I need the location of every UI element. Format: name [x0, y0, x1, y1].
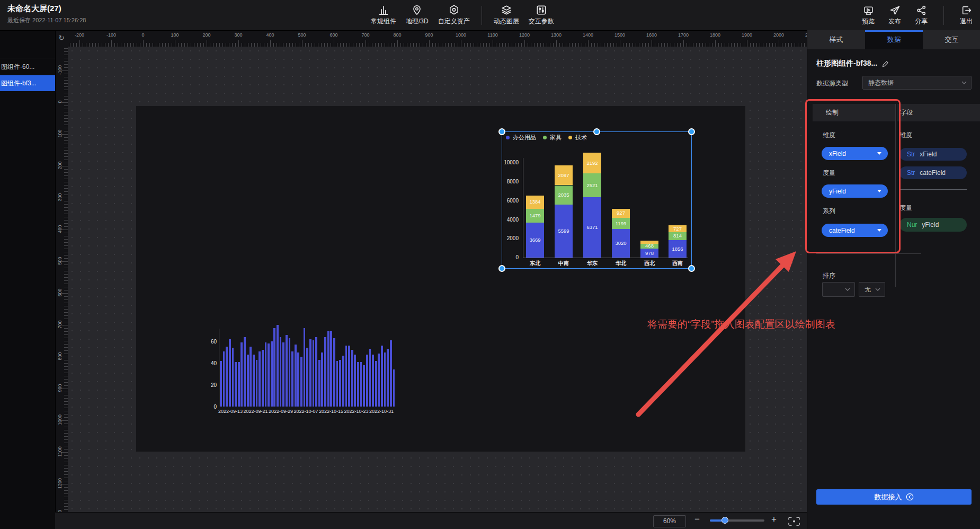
action-3[interactable]: 分享: [915, 5, 928, 26]
histogram-bar: [384, 352, 386, 407]
canvas[interactable]: 办公用品家具技术02000400060008000100003669147913…: [68, 47, 807, 512]
legend-dot: [506, 136, 510, 139]
field-pill-cateField[interactable]: StrcateField: [899, 166, 967, 179]
histogram-chart: 02040602022-09-132022-09-212022-09-29202…: [209, 313, 400, 419]
toolbar-item-1[interactable]: 常规组件: [371, 4, 396, 26]
layer-item-1[interactable]: 图组件-60...: [0, 59, 55, 74]
stacked-bar-chart: 办公用品家具技术02000400060008000100003669147913…: [502, 131, 692, 269]
y-tick-label: 60: [209, 339, 217, 345]
draw-field-select-xField[interactable]: xField: [822, 147, 888, 160]
layers-icon: [501, 4, 512, 16]
histogram-bar: [300, 357, 302, 407]
selection-handle-top-left[interactable]: [498, 128, 505, 135]
toolbar-item-2[interactable]: 地理/3D: [406, 4, 429, 26]
zoom-level[interactable]: 60%: [653, 515, 686, 527]
histogram-bar: [369, 349, 371, 407]
toolbar-item-4[interactable]: 动态图层: [494, 4, 519, 26]
histogram-bar: [244, 337, 246, 407]
stacked-legend: 办公用品家具技术: [506, 134, 587, 142]
zoom-slider-thumb[interactable]: [721, 517, 728, 524]
layer-item-2[interactable]: 图组件-bf3...: [0, 75, 55, 91]
selection-handle-top-mid[interactable]: [593, 128, 600, 135]
histogram-bar: [351, 350, 353, 407]
field-pill-yField[interactable]: NuryField: [899, 218, 967, 232]
caret-down-icon: [877, 229, 881, 232]
selection-handle-bottom-right[interactable]: [688, 265, 695, 272]
x-category-label: 东北: [522, 260, 548, 267]
histogram-bar: [306, 348, 308, 407]
bar-value-label: 1384: [526, 196, 544, 209]
bar-value-label: 2035: [555, 186, 573, 205]
draw-field-label-2: 度量: [823, 169, 835, 178]
x-axis-line: [523, 258, 688, 258]
histogram-bar: [265, 342, 267, 407]
tab-3[interactable]: 交互: [923, 30, 980, 49]
histogram-bar: [363, 365, 365, 407]
toolbar-item-5[interactable]: 交互参数: [529, 4, 554, 26]
widget-stacked-bar-chart[interactable]: 办公用品家具技术02000400060008000100003669147913…: [502, 131, 692, 269]
bar-value-label: 5599: [555, 205, 573, 258]
ruler-corner[interactable]: ↻: [55, 30, 68, 47]
tab-2[interactable]: 数据: [865, 30, 923, 49]
data-access-button[interactable]: 数据接入: [816, 489, 972, 505]
action-4[interactable]: 退出: [960, 5, 973, 26]
section-divider: [816, 253, 921, 254]
y-tick-label: 8000: [502, 179, 519, 184]
histogram-bar: [354, 355, 356, 407]
field-pill-xField[interactable]: StrxField: [899, 148, 967, 161]
histogram-bar: [280, 337, 282, 407]
zoom-out-button[interactable]: −: [694, 514, 700, 525]
bar-value-label: 2192: [583, 153, 601, 173]
draw-field-select-cateField[interactable]: cateField: [822, 224, 888, 237]
field-divider: [899, 189, 967, 190]
histogram-bar: [229, 339, 231, 407]
selection-handle-top-right[interactable]: [688, 128, 695, 135]
bar-segment: 927: [612, 209, 630, 218]
action-2[interactable]: 发布: [888, 5, 901, 26]
histogram-bar: [304, 328, 306, 407]
histogram-bar: [342, 356, 344, 407]
bar-value-label: 1856: [669, 240, 687, 258]
histogram-bar: [375, 361, 377, 407]
zoom-in-button[interactable]: +: [771, 514, 777, 525]
draw-field-select-yField[interactable]: yField: [822, 184, 888, 198]
histogram-bar: [313, 340, 315, 407]
preview-icon: [863, 5, 874, 16]
histogram-bar: [289, 338, 291, 407]
zoom-slider[interactable]: [710, 519, 764, 522]
caret-down-icon: [877, 190, 881, 192]
histogram-bar: [327, 331, 329, 407]
column-divider: [895, 104, 896, 287]
fields-dimension-label: 维度: [899, 131, 912, 140]
widget-histogram-chart[interactable]: 02040602022-09-132022-09-212022-09-29202…: [209, 313, 400, 419]
bar-segment: 1479: [526, 209, 544, 223]
panel-tabs: 样式数据交互: [807, 30, 980, 49]
histogram-bar: [339, 360, 341, 407]
histogram-bar: [372, 355, 374, 407]
edit-icon[interactable]: [882, 60, 889, 67]
tab-1[interactable]: 样式: [807, 30, 865, 49]
bar-value-label: 3669: [526, 223, 544, 258]
bar-segment: 1199: [612, 218, 630, 229]
histogram-bar: [268, 343, 270, 407]
histogram-bar: [256, 360, 258, 407]
sort-order-select[interactable]: 无: [859, 282, 885, 297]
bar-value-label: 978: [640, 249, 658, 258]
selection-handle-bottom-left[interactable]: [498, 265, 505, 272]
sort-field-select[interactable]: [822, 282, 855, 297]
histogram-bar: [253, 355, 255, 407]
y-tick-label: 40: [209, 360, 217, 366]
toolbar-item-3[interactable]: 自定义资产: [438, 4, 470, 26]
layers-spacer: [0, 30, 55, 58]
bar-segment: 2035: [555, 186, 573, 205]
x-tick-label: 2022-10-31: [367, 409, 396, 414]
bar-value-label: 6371: [583, 197, 601, 258]
action-1[interactable]: 预览: [862, 5, 875, 26]
fit-screen-button[interactable]: [788, 517, 800, 526]
bar-segment: 5599: [555, 205, 573, 258]
publish-icon: [889, 5, 901, 16]
datasource-select[interactable]: 静态数据: [862, 76, 972, 90]
histogram-bar: [259, 351, 261, 407]
layers-sidebar: 图组件-60...图组件-bf3...: [0, 30, 56, 529]
histogram-bar: [378, 354, 380, 407]
